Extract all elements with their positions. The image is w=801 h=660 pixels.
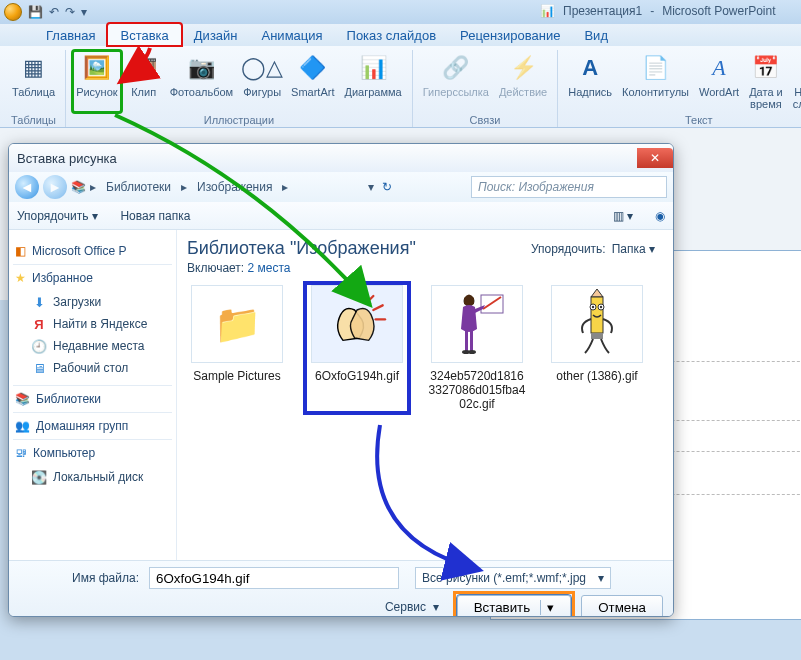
action-icon: ⚡: [507, 52, 539, 84]
smartart-icon: 🔷: [297, 52, 329, 84]
sidebar-item-recent[interactable]: 🕘Недавние места: [13, 335, 172, 357]
service-button[interactable]: Сервис ▾: [385, 600, 439, 614]
table-icon: ▦: [18, 52, 50, 84]
svg-point-14: [592, 306, 594, 308]
file-item-folder[interactable]: 📁 Sample Pictures: [187, 285, 287, 411]
view-icon[interactable]: ▥ ▾: [613, 209, 633, 223]
photoalbum-button[interactable]: 📷 Фотоальбом: [166, 50, 238, 113]
chevron-down-icon: ▾: [598, 571, 604, 585]
clip-button[interactable]: 🎞️ Клип: [124, 50, 164, 113]
group-text: A Надпись 📄 Колонтитулы A WordArt 📅 Дата…: [558, 50, 801, 127]
dialog-footer: Имя файла: Все рисунки (*.emf;*.wmf;*.jp…: [9, 560, 673, 617]
photoalbum-icon: 📷: [185, 52, 217, 84]
group-tables-title: Таблицы: [8, 113, 59, 127]
hyperlink-button[interactable]: 🔗 Гиперссылка: [419, 50, 493, 113]
svg-line-1: [373, 305, 382, 310]
wordart-button[interactable]: A WordArt: [695, 50, 743, 113]
slidenum-button[interactable]: # Номерслайда: [789, 50, 801, 113]
tab-home[interactable]: Главная: [34, 24, 107, 46]
textbox-icon: A: [574, 52, 606, 84]
sidebar-item-downloads[interactable]: ⬇Загрузки: [13, 291, 172, 313]
sidebar-item-yandex[interactable]: ЯНайти в Яндексе: [13, 313, 172, 335]
picture-button[interactable]: 🖼️ Рисунок: [72, 50, 122, 113]
dialog-title-text: Вставка рисунка: [17, 151, 117, 166]
filename-label: Имя файла:: [19, 571, 139, 585]
redo-icon[interactable]: ↷: [65, 5, 75, 19]
headerfooter-button[interactable]: 📄 Колонтитулы: [618, 50, 693, 113]
tab-insert[interactable]: Вставка: [107, 23, 181, 46]
chevron-down-icon[interactable]: ▾: [368, 180, 374, 194]
sidebar-item-localdisk[interactable]: 💽Локальный диск: [13, 466, 172, 488]
insert-button[interactable]: Вставить▾: [457, 595, 572, 617]
svg-point-9: [468, 350, 476, 354]
action-button[interactable]: ⚡ Действие: [495, 50, 551, 113]
chevron-down-icon: ▾: [92, 209, 98, 223]
doc-icon: 📊: [540, 4, 555, 18]
split-chevron-icon: ▾: [540, 600, 554, 615]
smartart-button[interactable]: 🔷 SmartArt: [287, 50, 338, 113]
breadcrumb-images[interactable]: Изображения: [191, 180, 278, 194]
tab-view[interactable]: Вид: [572, 24, 620, 46]
woman-chart-icon: [431, 285, 523, 363]
organize-button[interactable]: Упорядочить ▾: [17, 209, 98, 223]
sidebar-item-favorites[interactable]: ★Избранное: [15, 271, 170, 285]
table-button[interactable]: ▦ Таблица: [8, 50, 59, 113]
sort-control[interactable]: Упорядочить: Папка ▾: [531, 242, 655, 256]
chart-icon: 📊: [357, 52, 389, 84]
pencil-character-icon: [551, 285, 643, 363]
sidebar-item-mso[interactable]: ◧Microsoft Office P: [15, 244, 170, 258]
shapes-button[interactable]: ◯△ Фигуры: [239, 50, 285, 113]
sidebar: ◧Microsoft Office P ★Избранное ⬇Загрузки…: [9, 230, 177, 560]
close-icon[interactable]: ✕: [637, 148, 673, 168]
tab-slideshow[interactable]: Показ слайдов: [335, 24, 449, 46]
headerfooter-icon: 📄: [640, 52, 672, 84]
search-placeholder: Поиск: Изображения: [478, 180, 594, 194]
save-icon[interactable]: 💾: [28, 5, 43, 19]
libraries-icon: 📚: [71, 180, 86, 194]
svg-rect-11: [591, 297, 603, 333]
forward-button[interactable]: ►: [43, 175, 67, 199]
help-icon[interactable]: ◉: [655, 209, 665, 223]
search-input[interactable]: Поиск: Изображения: [471, 176, 667, 198]
svg-point-16: [600, 306, 602, 308]
sidebar-item-desktop[interactable]: 🖥Рабочий стол: [13, 357, 172, 379]
undo-icon[interactable]: ↶: [49, 5, 59, 19]
file-item[interactable]: 324eb5720d18163327086d015fba402c.gif: [427, 285, 527, 411]
insert-picture-dialog: Вставка рисунка ✕ ◄ ► 📚 ▸ Библиотеки ▸ И…: [8, 143, 674, 617]
sidebar-item-computer[interactable]: 🖳Компьютер: [15, 446, 170, 460]
title-doc: Презентация1: [563, 4, 642, 18]
hyperlink-icon: 🔗: [440, 52, 472, 84]
svg-line-0: [366, 296, 373, 303]
group-text-title: Текст: [564, 113, 801, 127]
datetime-button[interactable]: 📅 Дата ивремя: [745, 50, 787, 113]
chart-button[interactable]: 📊 Диаграмма: [341, 50, 406, 113]
tab-animation[interactable]: Анимация: [250, 24, 335, 46]
tab-design[interactable]: Дизайн: [182, 24, 250, 46]
breadcrumb-libraries[interactable]: Библиотеки: [100, 180, 177, 194]
dialog-titlebar[interactable]: Вставка рисунка ✕: [9, 144, 673, 172]
newfolder-button[interactable]: Новая папка: [120, 209, 190, 223]
group-illustrations-title: Иллюстрации: [72, 113, 406, 127]
picture-icon: 🖼️: [81, 52, 113, 84]
group-links: 🔗 Гиперссылка ⚡ Действие Связи: [413, 50, 559, 127]
file-label: other (1386).gif: [556, 369, 637, 383]
refresh-icon[interactable]: ↻: [382, 180, 392, 194]
filetype-combo[interactable]: Все рисунки (*.emf;*.wmf;*.jpg ▾: [415, 567, 611, 589]
filename-input[interactable]: [149, 567, 399, 589]
sort-value[interactable]: Папка ▾: [612, 242, 655, 256]
office-button[interactable]: [4, 3, 22, 21]
ribbon: ▦ Таблица Таблицы 🖼️ Рисунок 🎞️ Клип 📷 Ф…: [0, 46, 801, 128]
svg-rect-7: [470, 331, 473, 351]
qat-dropdown-icon[interactable]: ▾: [81, 5, 87, 19]
group-illustrations: 🖼️ Рисунок 🎞️ Клип 📷 Фотоальбом ◯△ Фигур…: [66, 50, 413, 127]
cancel-button[interactable]: Отмена: [581, 595, 663, 617]
file-item-selected[interactable]: 6OxfoG194h.gif: [307, 285, 407, 411]
sidebar-item-homegroup[interactable]: 👥Домашняя групп: [15, 419, 170, 433]
dialog-toolbar: Упорядочить ▾ Новая папка ▥ ▾ ◉: [9, 202, 673, 230]
includes-link[interactable]: 2 места: [248, 261, 291, 275]
file-item[interactable]: other (1386).gif: [547, 285, 647, 411]
tab-review[interactable]: Рецензирование: [448, 24, 572, 46]
textbox-button[interactable]: A Надпись: [564, 50, 616, 113]
sidebar-item-libraries[interactable]: 📚Библиотеки: [15, 392, 170, 406]
back-button[interactable]: ◄: [15, 175, 39, 199]
